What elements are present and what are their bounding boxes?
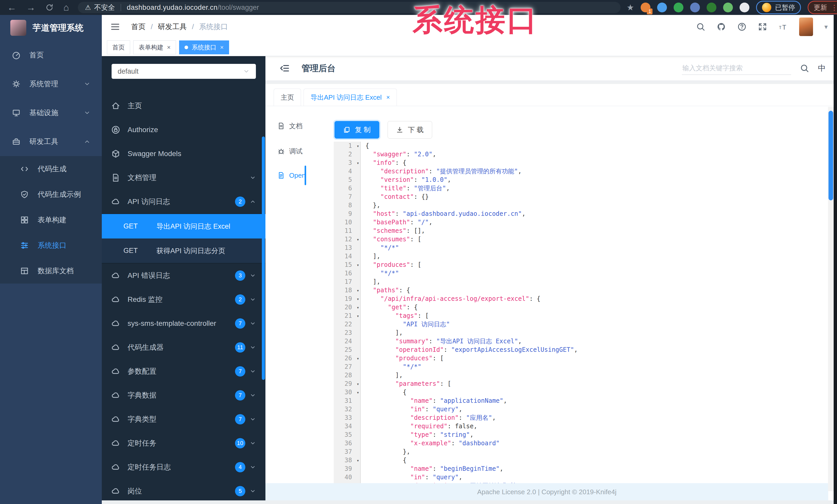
api-menu-item[interactable]: 文档管理: [102, 166, 265, 189]
api-group-select[interactable]: default: [111, 64, 256, 79]
bookmark-star-icon[interactable]: ★: [627, 3, 634, 12]
api-menu-item[interactable]: Authorize: [102, 118, 265, 142]
api-menu-item[interactable]: API 错误日志3: [102, 263, 265, 287]
download-button[interactable]: 下 载: [388, 121, 432, 138]
api-menu-item[interactable]: 代码生成器11: [102, 335, 265, 359]
fold-icon[interactable]: ▾: [357, 303, 359, 312]
security-label[interactable]: 不安全: [94, 3, 115, 12]
doc-search-input[interactable]: [682, 61, 791, 75]
view-tab[interactable]: 表单构建×: [133, 40, 176, 54]
fold-icon[interactable]: ▾: [357, 312, 359, 320]
sidebar-item[interactable]: 系统接口: [0, 232, 102, 258]
code-editor[interactable]: 1▾{2"swagger": "2.0",3▾"info": {4"descri…: [334, 142, 835, 483]
hamburger-icon[interactable]: [110, 22, 120, 32]
font-size-icon[interactable]: TT: [779, 22, 788, 32]
language-toggle[interactable]: 中: [818, 63, 826, 74]
user-avatar[interactable]: [799, 18, 813, 36]
sidebar-item[interactable]: 基础设施: [0, 98, 102, 127]
document-tab-label: 主页: [281, 93, 294, 102]
sidebar-item[interactable]: 代码生成示例: [0, 182, 102, 207]
user-menu-caret-icon[interactable]: ▾: [824, 23, 828, 31]
fold-icon[interactable]: ▾: [357, 286, 359, 295]
fullscreen-icon[interactable]: [758, 22, 767, 32]
doc-side-tab[interactable]: 调试: [265, 143, 303, 159]
app-logo-row[interactable]: 芋道管理系统: [0, 15, 102, 41]
api-menu-item[interactable]: Redis 监控2: [102, 287, 265, 311]
view-tab[interactable]: 系统接口×: [179, 40, 229, 54]
fold-icon[interactable]: ▾: [357, 388, 359, 397]
count-badge: 11: [235, 342, 245, 353]
extension-blue-grid-icon[interactable]: [690, 3, 700, 12]
fold-icon[interactable]: ▾: [357, 380, 359, 388]
browser-reload-icon[interactable]: [46, 3, 54, 12]
line-number: 8: [334, 201, 361, 210]
browser-home-icon[interactable]: ⌂: [64, 2, 69, 13]
document-tab[interactable]: 主页: [274, 89, 301, 106]
header-search-icon[interactable]: [696, 22, 705, 32]
doc-icon: [277, 122, 285, 130]
address-bar[interactable]: ⚠ 不安全 dashboard.yudao.iocoder.cn /tool/s…: [78, 2, 621, 13]
close-icon[interactable]: ×: [386, 94, 390, 101]
api-menu-item[interactable]: Swagger Models: [102, 142, 265, 166]
fold-icon[interactable]: ▾: [357, 261, 359, 269]
cloud-icon: [111, 295, 120, 304]
fold-icon[interactable]: ▾: [357, 236, 359, 244]
extension-ghost-icon[interactable]: [740, 3, 749, 12]
api-menu-item[interactable]: 岗位5: [102, 479, 265, 500]
collapse-sidebar-icon[interactable]: [279, 63, 290, 74]
paused-extension-pill[interactable]: 已暂停: [756, 1, 801, 14]
copy-button[interactable]: 复 制: [335, 121, 379, 138]
update-browser-pill[interactable]: 更新 ⋮: [808, 1, 837, 14]
extension-leaf-icon[interactable]: [723, 3, 733, 12]
document-tab[interactable]: 导出API 访问日志 Excel×: [304, 89, 397, 106]
fold-icon[interactable]: ▾: [357, 456, 359, 465]
api-menu-item[interactable]: 定时任务10: [102, 431, 265, 455]
close-icon[interactable]: ×: [167, 44, 171, 51]
api-menu-item[interactable]: API 访问日志2: [102, 189, 265, 213]
http-method-label: GET: [123, 222, 156, 230]
fold-icon[interactable]: ▾: [357, 142, 359, 150]
api-menu-item[interactable]: sys-sms-template-controller7: [102, 311, 265, 335]
extension-green-shield-icon[interactable]: [674, 3, 683, 12]
breadcrumb-item[interactable]: 首页: [131, 22, 146, 32]
browser-back-icon[interactable]: ←: [7, 2, 17, 13]
api-menu-item[interactable]: 字典数据7: [102, 383, 265, 407]
extension-orange-icon[interactable]: 1: [641, 3, 651, 12]
breadcrumb-item[interactable]: 研发工具: [158, 22, 187, 32]
sidebar-item[interactable]: 研发工具: [0, 127, 102, 156]
code-line: 26▾"produces": [: [334, 354, 835, 362]
api-menu-item[interactable]: 定时任务日志4: [102, 455, 265, 479]
close-icon[interactable]: ×: [220, 44, 224, 51]
fold-icon[interactable]: ▾: [357, 295, 359, 303]
sidebar-item[interactable]: 代码生成: [0, 156, 102, 182]
view-tab[interactable]: 首页: [107, 40, 130, 54]
browser-menu-icon[interactable]: ⋮: [831, 3, 837, 12]
github-icon[interactable]: [717, 22, 726, 32]
sidebar-item[interactable]: 系统管理: [0, 70, 102, 98]
api-operation-item[interactable]: GET导出API 访问日志 Excel: [102, 214, 265, 239]
code-line: 1▾{: [334, 142, 835, 150]
help-icon[interactable]: [737, 22, 747, 32]
line-number: 6: [334, 184, 361, 193]
page-scrollbar-thumb[interactable]: [829, 111, 833, 200]
fold-icon[interactable]: ▾: [357, 159, 359, 167]
sidebar-item[interactable]: 数据库文档: [0, 258, 102, 283]
extension-blue-drop-icon[interactable]: [657, 3, 667, 12]
sidebar-scrollbar-thumb[interactable]: [262, 136, 265, 380]
api-menu-item[interactable]: 参数配置7: [102, 359, 265, 383]
code-line: 3▾"info": {: [334, 158, 835, 167]
api-operation-item[interactable]: GET获得API 访问日志分页: [102, 239, 265, 263]
api-menu-item[interactable]: 字典类型7: [102, 407, 265, 431]
line-number: 12▾: [334, 235, 361, 244]
browser-forward-icon[interactable]: →: [26, 2, 36, 13]
doc-search-icon[interactable]: [800, 63, 809, 73]
count-badge: 5: [235, 486, 245, 496]
fold-icon[interactable]: ▾: [357, 354, 359, 363]
line-number: 35: [334, 431, 361, 439]
extension-dev-green-icon[interactable]: [707, 3, 716, 12]
api-menu-item[interactable]: 主页: [102, 94, 265, 118]
doc-side-tab[interactable]: 文档: [265, 118, 303, 134]
doc-side-tab[interactable]: Open: [265, 167, 306, 183]
sidebar-item[interactable]: 表单构建: [0, 207, 102, 232]
sidebar-item[interactable]: 首页: [0, 41, 102, 70]
